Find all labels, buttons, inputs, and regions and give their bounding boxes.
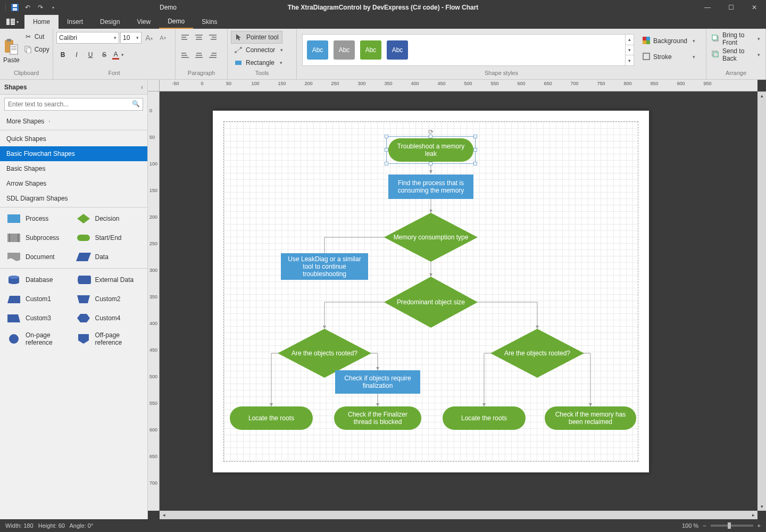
node-memory-reclaimed[interactable]: Check if the memory has been reclaimed [545, 406, 636, 430]
node-locate-roots-1[interactable]: Locate the roots [230, 406, 313, 430]
node-check-finalization[interactable]: Check if objects require finalization [335, 370, 420, 394]
ruler-corner [148, 80, 160, 92]
node-finalizer-blocked[interactable]: Check if the Finalizer thread is blocked [334, 406, 421, 430]
cat-basic-flowchart[interactable]: Basic Flowchart Shapes [0, 146, 147, 161]
grow-font-button[interactable]: A▴ [143, 32, 155, 44]
zoom-out-button[interactable]: − [703, 522, 706, 529]
rectangle-tool-button[interactable]: Rectangle▾ [231, 56, 286, 69]
gallery-more-icon[interactable]: ▾ [626, 55, 634, 65]
node-leakdiag[interactable]: Use LeakDiag or a similar tool to contin… [281, 253, 368, 280]
shape-database[interactable]: Database [6, 274, 72, 286]
close-button[interactable]: ✕ [743, 0, 766, 15]
bring-to-front-button[interactable]: Bring to Front▾ [710, 32, 762, 46]
node-rooted-right[interactable]: Are the objects rooted? [490, 329, 584, 378]
node-find-process[interactable]: Find the process that is consuming the m… [388, 174, 473, 199]
cat-arrow-shapes[interactable]: Arrow Shapes [0, 176, 147, 191]
shape-custom4[interactable]: Custom4 [76, 312, 141, 324]
chevron-down-icon: ▾ [757, 36, 760, 41]
underline-button[interactable]: U [84, 49, 97, 61]
style-gallery[interactable]: Abc Abc Abc Abc ▴▾▾ [302, 34, 634, 66]
maximize-button[interactable]: ☐ [719, 0, 743, 15]
align-bottom-left-button[interactable] [179, 49, 192, 61]
shape-custom1[interactable]: Custom1 [6, 293, 72, 305]
align-bottom-right-button[interactable] [206, 49, 219, 61]
minimize-button[interactable]: — [696, 0, 719, 15]
cat-basic-shapes[interactable]: Basic Shapes [0, 161, 147, 176]
align-top-center-button[interactable] [193, 32, 205, 44]
save-icon[interactable] [10, 3, 20, 12]
align-top-left-button[interactable] [179, 32, 192, 44]
scroll-right-icon[interactable]: ▸ [749, 511, 757, 519]
group-clipboard-label: Clipboard [0, 70, 53, 79]
connector-tool-button[interactable]: Connector▾ [231, 44, 286, 56]
send-to-back-button[interactable]: Send to Back▾ [710, 48, 762, 62]
cat-quick-shapes[interactable]: Quick Shapes [0, 131, 147, 146]
shape-custom3[interactable]: Custom3 [6, 312, 72, 324]
tab-home[interactable]: Home [24, 15, 59, 29]
style-swatch-blue[interactable]: Abc [307, 40, 328, 60]
font-family-combo[interactable]: Calibri▾ [56, 32, 119, 44]
diagram-paper[interactable]: Troubleshoot a memory leak ⟳ Find the pr… [213, 111, 649, 472]
scroll-up-icon[interactable]: ▴ [757, 92, 766, 100]
selection-box[interactable]: ⟳ [386, 136, 476, 164]
shape-onpage-ref[interactable]: On-page reference [6, 331, 72, 346]
node-locate-roots-2[interactable]: Locate the roots [443, 406, 526, 430]
shrink-font-button[interactable]: A▾ [156, 32, 169, 44]
scroll-down-icon[interactable]: ▾ [757, 502, 766, 511]
vertical-scrollbar[interactable]: ▴ ▾ [757, 92, 766, 511]
search-icon[interactable]: 🔍 [132, 100, 140, 107]
bold-button[interactable]: B [56, 49, 69, 61]
gallery-scrollbar[interactable]: ▴▾▾ [625, 35, 634, 65]
tab-insert[interactable]: Insert [59, 15, 91, 29]
tab-design[interactable]: Design [91, 15, 128, 29]
shape-data[interactable]: Data [76, 251, 141, 263]
undo-icon[interactable]: ↶ [23, 3, 32, 12]
shape-external-data[interactable]: External Data [76, 274, 141, 286]
paste-icon [4, 38, 19, 55]
style-swatch-gray[interactable]: Abc [334, 40, 355, 60]
shape-document[interactable]: Document [6, 251, 72, 263]
gallery-up-icon[interactable]: ▴ [626, 35, 634, 45]
tab-demo[interactable]: Demo [159, 15, 193, 29]
zoom-slider[interactable] [711, 525, 753, 527]
horizontal-scrollbar[interactable]: ◂ ▸ [160, 511, 757, 519]
background-button[interactable]: Background▾ [638, 34, 700, 48]
align-top-right-button[interactable] [206, 32, 219, 44]
font-size-combo[interactable]: 10▾ [120, 32, 141, 44]
cut-button[interactable]: ✂Cut [22, 31, 52, 43]
stroke-button[interactable]: Stroke▾ [638, 50, 700, 64]
align-bottom-center-button[interactable] [193, 49, 205, 61]
redo-icon[interactable]: ↷ [36, 3, 45, 12]
shape-custom2[interactable]: Custom2 [76, 293, 141, 305]
cat-more-shapes[interactable]: More Shapes› [0, 114, 147, 129]
qat-dropdown-icon[interactable]: ▾ [48, 3, 58, 12]
file-tab[interactable]: ▾ [0, 15, 24, 29]
font-color-button[interactable]: A▾ [112, 49, 124, 61]
style-swatch-green[interactable]: Abc [360, 40, 381, 60]
shape-decision[interactable]: Decision [76, 213, 141, 225]
style-swatch-darkblue[interactable]: Abc [387, 40, 408, 60]
group-paragraph-label: Paragraph [176, 70, 227, 79]
shape-process[interactable]: Process [6, 213, 72, 225]
svg-rect-27 [181, 55, 187, 56]
pointer-tool-button[interactable]: Pointer tool [231, 31, 282, 44]
svg-rect-47 [713, 52, 718, 57]
shape-subprocess[interactable]: Subprocess [6, 232, 72, 244]
paste-button[interactable]: Paste [3, 31, 20, 65]
scroll-left-icon[interactable]: ◂ [160, 511, 168, 519]
node-memory-type[interactable]: Memory consumption type [384, 213, 478, 262]
tab-view[interactable]: View [128, 15, 159, 29]
collapse-icon[interactable]: ‹ [141, 84, 143, 91]
tab-skins[interactable]: Skins [193, 15, 226, 29]
strikethrough-button[interactable]: S [98, 49, 111, 61]
shape-startend[interactable]: Start/End [76, 232, 141, 244]
italic-button[interactable]: I [70, 49, 83, 61]
shape-offpage-ref[interactable]: Off-page reference [76, 331, 141, 346]
gallery-down-icon[interactable]: ▾ [626, 45, 634, 56]
node-predominant-size[interactable]: Predominant object size [384, 277, 478, 328]
cat-sdl-shapes[interactable]: SDL Diagram Shapes [0, 191, 147, 206]
shapes-search-input[interactable] [4, 98, 143, 111]
zoom-in-button[interactable]: + [757, 522, 761, 529]
canvas-viewport[interactable]: Troubleshoot a memory leak ⟳ Find the pr… [160, 92, 757, 511]
copy-button[interactable]: Copy [22, 44, 52, 55]
